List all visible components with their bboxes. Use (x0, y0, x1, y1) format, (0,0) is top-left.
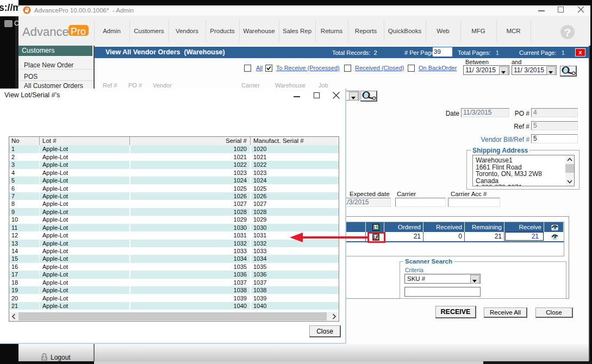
svg-text:S: S (376, 224, 379, 231)
